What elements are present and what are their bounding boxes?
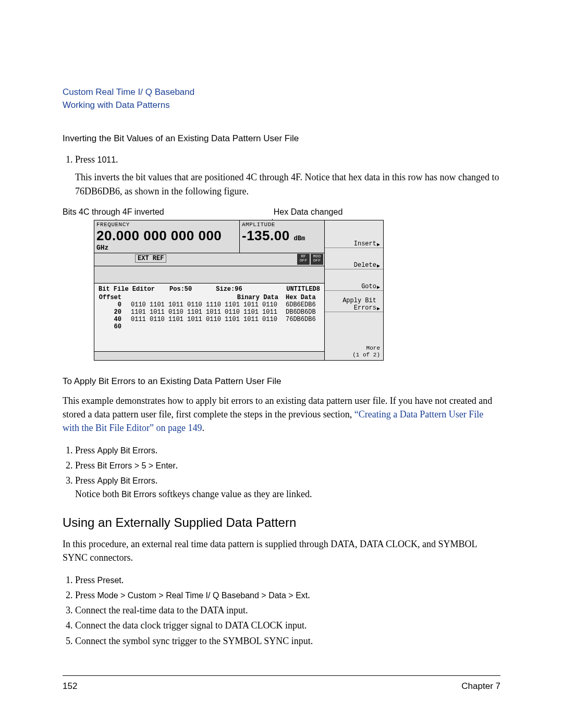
rf-mod-badges: RF OFF MOD OFF bbox=[297, 254, 323, 265]
amplitude-readout: -135.00 dBm bbox=[242, 228, 322, 244]
section-heading-apply: To Apply Bit Errors to an Existing Data … bbox=[63, 376, 500, 387]
apply-steps: Press Apply Bit Errors. Press Bit Errors… bbox=[63, 444, 500, 501]
frequency-value: 20.000 000 000 000 bbox=[96, 228, 222, 243]
external-steps: Press Preset. Press Mode > Custom > Real… bbox=[63, 574, 500, 648]
section-heading-invert: Inverting the Bit Values of an Existing … bbox=[63, 133, 500, 144]
step-suffix: . bbox=[116, 154, 118, 165]
step-text: Press bbox=[75, 590, 97, 600]
step-code: Mode > Custom > Real Time I/ Q Baseband … bbox=[97, 591, 308, 600]
chevron-right-icon: ▶ bbox=[377, 263, 380, 269]
softkey-apply-bit-errors[interactable]: Apply Bit Errors▶ bbox=[325, 291, 383, 312]
ext-ref-badge: EXT REF bbox=[135, 254, 166, 263]
page: Custom Real Time I/ Q Baseband Working w… bbox=[0, 0, 563, 728]
para-text: . bbox=[202, 423, 204, 433]
table-row: 76DB6DB6 bbox=[283, 316, 320, 323]
step-press-1011: Press 1011. This inverts the bit values … bbox=[75, 153, 500, 198]
header-line-1: Custom Real Time I/ Q Baseband bbox=[63, 86, 500, 99]
table-row bbox=[131, 323, 283, 330]
softkey-insert[interactable]: Insert▶ bbox=[325, 220, 383, 248]
editor-filename: UNTITLED8 bbox=[286, 286, 320, 293]
table-row: 0 bbox=[99, 301, 131, 309]
softkey-delete[interactable]: Delete▶ bbox=[325, 248, 383, 269]
table-row: DB6DB6DB bbox=[283, 309, 320, 316]
list-item: Connect the data clock trigger signal to… bbox=[75, 619, 500, 632]
step-note: softkeys change value as they are linked… bbox=[156, 489, 312, 499]
softkey-sublabel: (1 of 2) bbox=[352, 352, 380, 359]
softkey-label: More bbox=[366, 345, 380, 352]
external-para: In this procedure, an external real time… bbox=[63, 537, 500, 564]
frequency-label: FREQUENCY bbox=[96, 221, 237, 228]
step-text: Press bbox=[75, 154, 97, 165]
mod-off-badge: MOD OFF bbox=[311, 254, 323, 265]
table-row: 40 bbox=[99, 316, 131, 323]
caption-right: Hex Data changed bbox=[274, 207, 343, 217]
col-hex: Hex Data bbox=[283, 294, 320, 301]
softkey-label: Insert bbox=[354, 240, 376, 248]
col-offset: Offset bbox=[99, 294, 131, 301]
list-item: Press Apply Bit Errors. bbox=[75, 444, 500, 457]
chapter-label: Chapter 7 bbox=[461, 681, 500, 692]
step-code: 1011 bbox=[97, 155, 116, 164]
table-row: 1101 1011 0110 1101 1011 0110 1101 1011 bbox=[131, 309, 283, 316]
figure-wrap: FREQUENCY 20.000 000 000 000 GHz AMPLITU… bbox=[63, 220, 500, 361]
frequency-box: FREQUENCY 20.000 000 000 000 GHz bbox=[94, 220, 240, 253]
chevron-right-icon: ▶ bbox=[377, 284, 380, 290]
step-suffix: . bbox=[308, 590, 310, 600]
chevron-right-icon: ▶ bbox=[377, 241, 380, 248]
step-suffix: . bbox=[155, 475, 158, 486]
editor-title: Bit File Editor bbox=[99, 286, 155, 293]
list-item: Press Mode > Custom > Real Time I/ Q Bas… bbox=[75, 589, 500, 602]
frequency-unit: GHz bbox=[96, 244, 108, 252]
list-item: Connect the symbol sync trigger to the S… bbox=[75, 635, 500, 648]
step-code: Bit Errors > 5 > Enter bbox=[97, 461, 176, 470]
section-heading-external: Using an Externally Supplied Data Patter… bbox=[63, 515, 500, 530]
table-row: 6DB6EDB6 bbox=[283, 301, 320, 309]
apply-intro-para: This example demonstrates how to apply b… bbox=[63, 394, 500, 435]
table-row bbox=[283, 323, 320, 330]
running-header: Custom Real Time I/ Q Baseband Working w… bbox=[63, 86, 500, 112]
blank-row bbox=[94, 266, 324, 283]
softkey-label: Apply Bit Errors bbox=[325, 297, 376, 312]
col-binary: Binary Data bbox=[131, 294, 283, 301]
table-row: 0111 0110 1101 1011 0110 1101 1011 0110 bbox=[131, 316, 283, 323]
status-bar bbox=[94, 351, 324, 360]
header-line-2: Working with Data Patterns bbox=[63, 99, 500, 112]
amplitude-value: -135.00 bbox=[242, 228, 290, 243]
step-suffix: . bbox=[176, 460, 178, 471]
caption-left: Bits 4C through 4F inverted bbox=[63, 207, 164, 217]
table-row: 20 bbox=[99, 309, 131, 316]
instrument-figure: FREQUENCY 20.000 000 000 000 GHz AMPLITU… bbox=[94, 220, 384, 361]
amplitude-label: AMPLITUDE bbox=[242, 221, 322, 228]
step-text: Press bbox=[75, 575, 97, 585]
softkey-goto[interactable]: Goto▶ bbox=[325, 269, 383, 291]
step-text: Press bbox=[75, 475, 97, 486]
softkey-column: Insert▶ Delete▶ Goto▶ Apply Bit Errors▶ … bbox=[324, 220, 383, 360]
step-code: Apply Bit Errors bbox=[97, 446, 155, 455]
softkey-more[interactable]: More (1 of 2) bbox=[325, 341, 383, 360]
list-item: Press Preset. bbox=[75, 574, 500, 587]
softkey-label: Goto bbox=[361, 283, 376, 290]
editor-pos: Pos:50 bbox=[169, 286, 192, 293]
step-suffix: . bbox=[121, 575, 124, 585]
softkey-label: Delete bbox=[354, 262, 376, 269]
figure-captions: Bits 4C through 4F inverted Hex Data cha… bbox=[63, 207, 500, 217]
instrument-top-row: FREQUENCY 20.000 000 000 000 GHz AMPLITU… bbox=[94, 220, 324, 253]
page-footer: 152 Chapter 7 bbox=[63, 675, 500, 692]
list-item: Press Apply Bit Errors. Notice both Bit … bbox=[75, 474, 500, 500]
step-code: Apply Bit Errors bbox=[97, 476, 155, 485]
softkey-spacer bbox=[325, 312, 383, 341]
page-number: 152 bbox=[63, 681, 77, 692]
step-code: Preset bbox=[97, 576, 121, 585]
step-suffix: . bbox=[155, 445, 158, 455]
step-code: Bit Errors bbox=[121, 490, 156, 499]
amplitude-box: AMPLITUDE -135.00 dBm bbox=[240, 220, 324, 253]
table-row: 0110 1101 1011 0110 1110 1101 1011 0110 bbox=[131, 301, 283, 309]
instrument-main: FREQUENCY 20.000 000 000 000 GHz AMPLITU… bbox=[94, 220, 324, 360]
step-note: Notice both bbox=[75, 489, 121, 499]
step-explain: This inverts the bit values that are pos… bbox=[75, 170, 500, 198]
editor-table: Offset Binary Data Hex Data 0 0110 1101 … bbox=[99, 293, 320, 330]
list-item: Press Bit Errors > 5 > Enter. bbox=[75, 459, 500, 472]
bit-file-editor: Bit File Editor Pos:50 Size:96 UNTITLED8… bbox=[94, 283, 324, 351]
status-row: EXT REF RF OFF MOD OFF bbox=[94, 253, 324, 266]
table-row: 60 bbox=[99, 323, 131, 330]
